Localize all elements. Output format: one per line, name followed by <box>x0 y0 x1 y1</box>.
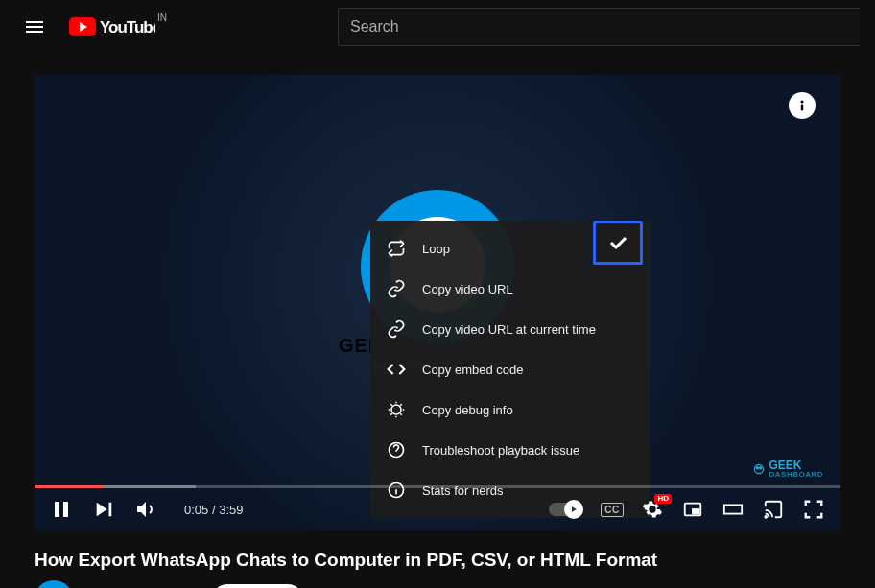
hd-badge: HD <box>654 494 672 504</box>
youtube-logo[interactable]: YouTube IN <box>69 17 165 36</box>
code-icon <box>386 359 407 380</box>
ctx-copy-url[interactable]: Copy video URL <box>370 269 650 309</box>
link-icon <box>386 278 407 299</box>
video-player[interactable]: GEEK DASHBOARD www.geekdashboard.com GEE… <box>35 75 840 530</box>
ctx-label: Copy video URL <box>422 282 513 296</box>
corner-brand-sub: DASHBOARD <box>769 470 824 479</box>
link-icon <box>386 318 407 340</box>
cast-button[interactable] <box>762 498 785 521</box>
country-code: IN <box>157 12 167 23</box>
time-display: 0:05 / 3:59 <box>184 503 243 517</box>
ctx-label: Copy debug info <box>422 403 513 417</box>
search-input[interactable]: Search <box>338 8 860 46</box>
autoplay-knob <box>564 500 583 519</box>
theater-button[interactable] <box>721 498 745 521</box>
svg-point-5 <box>756 466 758 468</box>
bug-icon <box>386 399 407 420</box>
svg-rect-13 <box>693 509 698 514</box>
ctx-copy-url-time[interactable]: Copy video URL at current time <box>370 309 650 349</box>
video-title: How Export WhatsApp Chats to Computer in… <box>35 550 840 571</box>
channel-avatar[interactable] <box>35 580 73 588</box>
ctx-troubleshoot[interactable]: Troubleshoot playback issue <box>370 430 650 470</box>
svg-point-15 <box>765 516 767 518</box>
loop-icon <box>386 238 407 259</box>
subtitles-button[interactable]: CC <box>601 498 624 521</box>
video-context-menu: Loop Copy video URL Copy video URL at cu… <box>370 221 650 518</box>
svg-point-7 <box>391 405 401 414</box>
loop-checkmark-highlight[interactable] <box>593 221 643 265</box>
corner-watermark: GEEK DASHBOARD <box>752 459 824 479</box>
svg-rect-3 <box>801 105 803 111</box>
ctx-copy-embed[interactable]: Copy embed code <box>370 349 650 389</box>
ctx-label: Troubleshoot playback issue <box>422 443 579 458</box>
subscribe-button[interactable]: Subscribe <box>212 584 302 588</box>
svg-text:YouTube: YouTube <box>100 18 155 36</box>
volume-button[interactable] <box>134 498 157 521</box>
autoplay-toggle[interactable] <box>549 503 583 516</box>
hamburger-menu[interactable] <box>15 8 54 46</box>
ctx-copy-debug[interactable]: Copy debug info <box>370 389 650 430</box>
info-button[interactable] <box>789 92 816 119</box>
settings-button[interactable]: HD <box>641 498 664 521</box>
svg-point-6 <box>759 466 761 468</box>
ctx-label: Copy video URL at current time <box>422 322 596 337</box>
svg-rect-14 <box>724 505 742 513</box>
svg-point-2 <box>801 101 804 104</box>
search-placeholder: Search <box>350 18 399 35</box>
svg-point-4 <box>754 464 763 473</box>
svg-rect-10 <box>55 502 59 517</box>
check-icon <box>606 231 629 254</box>
ctx-label: Loop <box>422 242 450 256</box>
next-button[interactable] <box>92 498 115 521</box>
help-icon <box>386 439 407 460</box>
ctx-label: Copy embed code <box>422 363 524 377</box>
miniplayer-button[interactable] <box>681 498 704 521</box>
pause-button[interactable] <box>50 498 73 521</box>
player-controls: 0:05 / 3:59 CC HD <box>35 488 840 530</box>
fullscreen-button[interactable] <box>802 498 825 521</box>
cc-label: CC <box>601 503 623 517</box>
svg-rect-11 <box>63 502 68 517</box>
